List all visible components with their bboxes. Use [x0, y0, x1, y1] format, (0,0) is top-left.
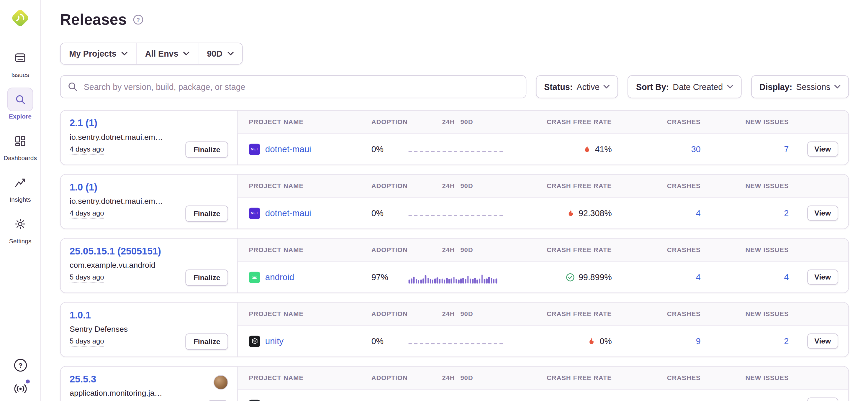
- crashes-count-link[interactable]: 4: [696, 208, 701, 218]
- release-table-header: PROJECT NAME ADOPTION 24H90D CRASH FREE …: [238, 110, 848, 134]
- sidebar-item-explore[interactable]: Explore: [7, 88, 33, 120]
- search-toolbar: Status: Active Sort By: Date Created Dis…: [60, 75, 849, 98]
- project-link[interactable]: dotnet-maui: [265, 144, 311, 154]
- chevron-down-icon: [834, 85, 841, 89]
- new-issues-count-link[interactable]: 2: [784, 336, 789, 346]
- status-dropdown[interactable]: Status: Active: [536, 75, 618, 98]
- crash-free-rate-value: 99.899%: [579, 272, 612, 282]
- page-help-icon[interactable]: ?: [132, 14, 144, 25]
- adoption-value: 0%: [371, 336, 409, 346]
- main-content: Releases ? My Projects All Envs 90D: [41, 0, 868, 401]
- release-package: application.monitoring.ja…: [70, 389, 162, 397]
- help-button[interactable]: ?: [12, 357, 29, 373]
- new-issues-count-link[interactable]: 7: [784, 144, 789, 154]
- sidebar-item-issues[interactable]: Issues: [7, 46, 33, 78]
- whats-new-button[interactable]: [12, 380, 29, 397]
- finalize-button[interactable]: Finalize: [186, 205, 228, 222]
- sort-by-dropdown[interactable]: Sort By: Date Created: [627, 75, 741, 98]
- release-version-link[interactable]: 1.0 (1): [70, 182, 97, 193]
- col-adoption: ADOPTION: [371, 119, 409, 125]
- col-crash-free-rate: CRASH FREE RATE: [507, 374, 612, 381]
- new-issues-count-link[interactable]: 4: [784, 272, 789, 282]
- environment-filter-label: All Envs: [145, 49, 179, 58]
- fire-icon: [583, 145, 591, 153]
- col-new-issues: NEW ISSUES: [701, 310, 789, 317]
- date-range-filter[interactable]: 90D: [198, 43, 242, 64]
- avatar: [214, 375, 228, 390]
- release-card: 2.1 (1) io.sentry.dotnet.maui.em… 4 days…: [60, 110, 849, 165]
- table-row: unity 0% 0% 9 2 View: [238, 326, 848, 357]
- release-age: 4 days ago: [70, 209, 104, 218]
- table-row: react 100% 93.679% 20k 34 View: [238, 390, 848, 401]
- col-crash-free-rate: CRASH FREE RATE: [507, 246, 612, 253]
- col-adoption: ADOPTION: [371, 246, 409, 253]
- sentry-logo[interactable]: [8, 6, 33, 30]
- col-crash-free-rate: CRASH FREE RATE: [507, 119, 612, 125]
- chevron-down-icon: [122, 52, 128, 56]
- finalize-button[interactable]: Finalize: [186, 269, 228, 286]
- release-age: 5 days ago: [70, 337, 104, 346]
- release-table-header: PROJECT NAME ADOPTION 24H90D CRASH FREE …: [238, 174, 848, 198]
- chevron-down-icon: [184, 52, 190, 56]
- display-value: Sessions: [796, 82, 830, 91]
- project-filter[interactable]: My Projects: [61, 43, 136, 64]
- col-new-issues: NEW ISSUES: [701, 182, 789, 189]
- project-link[interactable]: android: [265, 272, 294, 282]
- crashes-count-link[interactable]: 4: [696, 272, 701, 282]
- notification-dot: [26, 379, 30, 383]
- project-filter-label: My Projects: [69, 49, 116, 58]
- adoption-sparkline: [408, 270, 506, 284]
- col-project-name: PROJECT NAME: [249, 182, 371, 189]
- col-new-issues: NEW ISSUES: [701, 246, 789, 253]
- view-button[interactable]: View: [807, 141, 838, 157]
- crash-free-rate-value: 41%: [595, 144, 612, 154]
- finalize-button[interactable]: Finalize: [186, 333, 228, 350]
- col-24h: 24H: [442, 246, 455, 253]
- release-version-link[interactable]: 2.1 (1): [70, 118, 97, 129]
- col-crashes: CRASHES: [612, 119, 701, 125]
- col-new-issues: NEW ISSUES: [701, 374, 789, 381]
- crashes-count-link[interactable]: 9: [696, 336, 701, 346]
- date-range-filter-label: 90D: [207, 49, 222, 58]
- page-filter-bar: My Projects All Envs 90D: [60, 43, 243, 65]
- search-input[interactable]: [60, 75, 526, 98]
- svg-text:?: ?: [136, 17, 140, 23]
- view-button[interactable]: View: [807, 205, 838, 221]
- dotnet-project-icon: NET: [249, 208, 260, 219]
- release-package: io.sentry.dotnet.maui.em…: [70, 196, 163, 205]
- view-button[interactable]: View: [807, 333, 838, 348]
- android-project-icon: [249, 272, 260, 283]
- release-version-link[interactable]: 1.0.1: [70, 310, 91, 321]
- project-link[interactable]: unity: [265, 336, 283, 346]
- finalize-button[interactable]: Finalize: [186, 141, 228, 158]
- sidebar-item-insights[interactable]: Insights: [7, 171, 33, 203]
- col-24h: 24H: [442, 374, 455, 381]
- adoption-sparkline: [408, 206, 506, 220]
- adoption-sparkline: [408, 334, 506, 348]
- react-project-icon: [249, 400, 260, 401]
- view-button[interactable]: View: [807, 269, 838, 285]
- adoption-value: 97%: [371, 272, 409, 282]
- dotnet-project-icon: NET: [249, 143, 260, 155]
- search-icon: [7, 88, 33, 111]
- release-package: Sentry Defenses: [70, 325, 128, 333]
- col-project-name: PROJECT NAME: [249, 246, 371, 253]
- new-issues-count-link[interactable]: 2: [784, 208, 789, 218]
- release-card: 1.0 (1) io.sentry.dotnet.maui.em… 4 days…: [60, 174, 849, 229]
- col-crash-free-rate: CRASH FREE RATE: [507, 310, 612, 317]
- release-version-link[interactable]: 25.05.15.1 (2505151): [70, 246, 161, 257]
- environment-filter[interactable]: All Envs: [136, 43, 198, 64]
- release-list: 2.1 (1) io.sentry.dotnet.maui.em… 4 days…: [60, 110, 849, 401]
- release-version-link[interactable]: 25.5.3: [70, 374, 96, 385]
- view-button[interactable]: View: [807, 397, 838, 401]
- sidebar-item-dashboards[interactable]: Dashboards: [4, 129, 37, 161]
- page-title: Releases: [60, 11, 127, 28]
- crash-free-rate-value: 92.308%: [579, 208, 612, 218]
- project-link[interactable]: dotnet-maui: [265, 208, 311, 218]
- col-crashes: CRASHES: [612, 246, 701, 253]
- col-crashes: CRASHES: [612, 182, 701, 189]
- sidebar-item-settings[interactable]: Settings: [7, 212, 33, 244]
- display-dropdown[interactable]: Display: Sessions: [751, 75, 849, 98]
- crashes-count-link[interactable]: 30: [691, 144, 701, 154]
- release-table: PROJECT NAME ADOPTION 24H90D CRASH FREE …: [238, 174, 848, 229]
